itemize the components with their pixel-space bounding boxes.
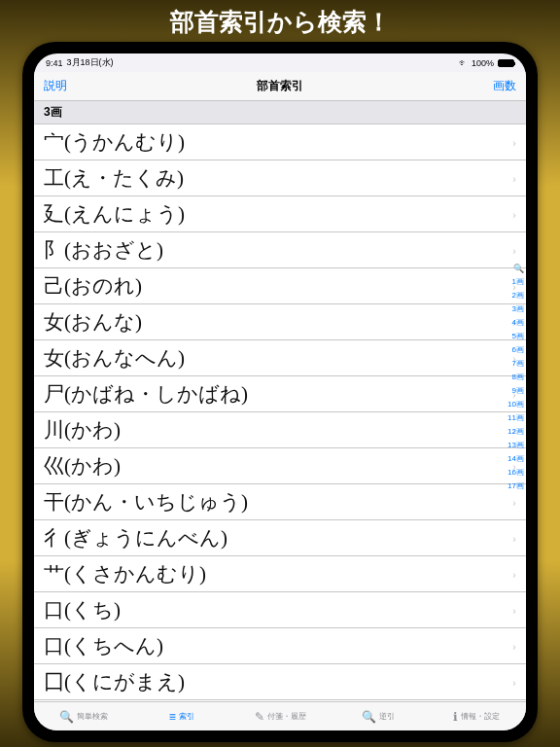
index-item[interactable]: 7画 xyxy=(512,358,524,370)
chevron-right-icon: › xyxy=(512,603,516,618)
radical-label: 尸(かばね・しかばね) xyxy=(44,380,248,408)
index-item[interactable]: 11画 xyxy=(508,412,524,424)
radical-label: 口(くち) xyxy=(44,596,121,623)
status-date: 3月18日(水) xyxy=(67,56,114,69)
radical-label: 女(おんなへん) xyxy=(44,344,185,372)
chevron-right-icon: › xyxy=(512,207,516,222)
chevron-right-icon: › xyxy=(512,567,516,582)
list-item[interactable]: 艹(くさかんむり)› xyxy=(34,556,526,592)
radical-label: 川(かわ) xyxy=(44,416,121,444)
tab-label: 情報・設定 xyxy=(461,711,500,722)
tab-bookmarks[interactable]: ✎ 付箋・履歴 xyxy=(230,702,329,730)
radical-label: 工(え・たくみ) xyxy=(44,164,184,192)
list-icon: ≡ xyxy=(169,710,176,724)
radical-label: 口(くちへん) xyxy=(44,632,163,659)
tab-settings[interactable]: ℹ 情報・設定 xyxy=(428,702,526,730)
tab-reverse[interactable]: 🔍 逆引 xyxy=(330,702,428,730)
section-header: 3画 xyxy=(34,101,526,124)
promo-header: 部首索引から検索！ xyxy=(0,0,560,42)
index-item[interactable]: 2画 xyxy=(512,290,524,302)
list-item[interactable]: 囗(くにがまえ)› xyxy=(34,664,526,700)
list-item[interactable]: 廴(えんにょう)› xyxy=(34,196,526,232)
list-item[interactable]: 己(おのれ)› xyxy=(34,268,526,304)
list-item[interactable]: 女(おんな)› xyxy=(34,304,526,340)
chevron-right-icon: › xyxy=(512,243,516,258)
index-item[interactable]: 5画 xyxy=(512,331,524,342)
index-item[interactable]: 16画 xyxy=(508,467,524,479)
index-item[interactable]: 9画 xyxy=(512,385,524,397)
tab-bar: 🔍 簡単検索 ≡ 索引 ✎ 付箋・履歴 🔍 逆引 ℹ 情報・設定 xyxy=(34,701,526,730)
chevron-right-icon: › xyxy=(512,171,516,186)
list-item[interactable]: 女(おんなへん)› xyxy=(34,340,526,376)
tab-search[interactable]: 🔍 簡単検索 xyxy=(34,702,132,730)
tab-label: 逆引 xyxy=(379,711,395,722)
list-item[interactable]: 巛(かわ)› xyxy=(34,448,526,484)
radical-label: 宀(うかんむり) xyxy=(44,128,185,156)
status-bar: 9:41 3月18日(水) ᯤ 100% xyxy=(34,53,526,72)
search-icon: 🔍 xyxy=(59,710,74,724)
index-item[interactable]: 13画 xyxy=(508,440,524,451)
nav-left-button[interactable]: 説明 xyxy=(44,78,67,94)
index-item[interactable]: 12画 xyxy=(508,426,524,438)
index-item[interactable]: 1画 xyxy=(512,276,524,288)
tab-label: 索引 xyxy=(179,711,194,722)
radical-label: 囗(くにがまえ) xyxy=(44,668,185,695)
section-index-bar[interactable]: 🔍 1画 2画 3画 4画 5画 6画 7画 8画 9画 10画 11画 12画… xyxy=(508,263,524,492)
index-item[interactable]: 17画 xyxy=(508,480,524,492)
radical-label: 己(おのれ) xyxy=(44,272,142,300)
index-item[interactable]: 6画 xyxy=(512,344,524,356)
radical-label: 彳(ぎょうにんべん) xyxy=(44,524,228,551)
list-item[interactable]: 阝(おおざと)› xyxy=(34,232,526,268)
tab-label: 付箋・履歴 xyxy=(267,711,306,722)
list-item[interactable]: 干(かん・いちじゅう)› xyxy=(34,484,526,520)
index-item[interactable]: 4画 xyxy=(512,317,524,329)
tab-index[interactable]: ≡ 索引 xyxy=(132,702,230,730)
battery-icon xyxy=(498,59,514,67)
list-item[interactable]: 川(かわ)› xyxy=(34,412,526,448)
list-item[interactable]: 尸(かばね・しかばね)› xyxy=(34,376,526,412)
list-item[interactable]: 工(え・たくみ)› xyxy=(34,160,526,196)
radical-label: 阝(おおざと) xyxy=(44,236,163,264)
radical-label: 干(かん・いちじゅう) xyxy=(44,488,248,516)
pencil-icon: ✎ xyxy=(255,710,264,724)
battery-percent: 100% xyxy=(472,58,494,68)
search-icon[interactable]: 🔍 xyxy=(513,263,524,274)
index-item[interactable]: 10画 xyxy=(508,399,524,410)
radical-label: 艹(くさかんむり) xyxy=(44,560,206,587)
wifi-icon: ᯤ xyxy=(459,58,468,68)
chevron-right-icon: › xyxy=(512,639,516,654)
nav-right-button[interactable]: 画数 xyxy=(493,78,516,94)
list-item[interactable]: 宀(うかんむり)› xyxy=(34,124,526,160)
chevron-right-icon: › xyxy=(512,495,516,510)
nav-title: 部首索引 xyxy=(257,78,303,94)
index-item[interactable]: 8画 xyxy=(512,372,524,383)
index-item[interactable]: 14画 xyxy=(508,453,524,465)
list-item[interactable]: 口(くちへん)› xyxy=(34,628,526,664)
list-item[interactable]: 彳(ぎょうにんべん)› xyxy=(34,520,526,556)
index-item[interactable]: 3画 xyxy=(512,303,524,315)
search-icon: 🔍 xyxy=(362,710,376,724)
chevron-right-icon: › xyxy=(512,135,516,150)
radical-label: 巛(かわ) xyxy=(44,452,121,480)
radical-label: 廴(えんにょう) xyxy=(44,200,185,228)
radical-label: 女(おんな) xyxy=(44,308,142,336)
tab-label: 簡単検索 xyxy=(77,711,108,722)
tablet-frame: 9:41 3月18日(水) ᯤ 100% 説明 部首索引 画数 3画 宀(うかん… xyxy=(22,42,538,742)
status-time: 9:41 xyxy=(46,58,63,68)
nav-bar: 説明 部首索引 画数 xyxy=(34,72,526,101)
radical-list[interactable]: 宀(うかんむり)› 工(え・たくみ)› 廴(えんにょう)› 阝(おおざと)› 己… xyxy=(34,124,526,701)
chevron-right-icon: › xyxy=(512,531,516,546)
screen: 9:41 3月18日(水) ᯤ 100% 説明 部首索引 画数 3画 宀(うかん… xyxy=(34,53,526,730)
info-icon: ℹ xyxy=(453,710,458,724)
chevron-right-icon: › xyxy=(512,675,516,690)
list-item[interactable]: 口(くち)› xyxy=(34,592,526,628)
